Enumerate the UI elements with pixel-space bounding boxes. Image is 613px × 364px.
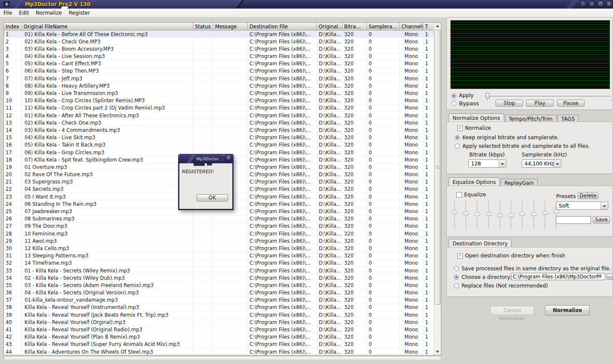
apply-selected-radio[interactable] [455,144,460,149]
menu-item[interactable]: Normalize [32,9,65,17]
table-row[interactable]: 26 08 Submarines.mp3 C:\Program Files (x… [4,215,434,223]
same-directory-label[interactable]: Save processed files in same directory a… [462,266,611,272]
table-row[interactable]: 44 Killa Kela - Adventures On The Wheels… [4,348,434,355]
table-row[interactable]: 33 01 - Killa Kela - Secrets (Wiley Remi… [4,267,434,274]
app-icon[interactable] [3,1,10,7]
table-row[interactable]: 14 03) Killa Kela - 4 Commandments.mp3 C… [4,126,434,134]
equalize-checkbox[interactable] [456,192,462,198]
table-row[interactable]: 13 02) Killa Kela - Check One.mp3 C:\Pro… [4,119,434,126]
tab[interactable]: TAGS [558,115,579,122]
pause-button[interactable]: Pause [557,100,585,107]
table-row[interactable]: 16 05) Killa Kela - Takin It Back.mp3 C:… [4,141,434,149]
column-header[interactable]: Bitra... [342,23,367,30]
table-row[interactable]: 15 04) Killa Kela - Live Skit.mp3 C:\Pro… [4,134,434,141]
eq-slider-thumb[interactable] [474,212,480,216]
equalize-label[interactable]: Equalize [464,192,486,198]
table-row[interactable]: 9 09) Killa Kela - Live Transmission.mp3… [4,90,434,97]
table-row[interactable]: 35 03 - Killa Kela - Secrets (Adam Freel… [4,281,434,289]
table-row[interactable]: 29 11 Awol.mp3 C:\Program Files (x86)\..… [4,237,434,245]
apply-label[interactable]: Apply [459,92,474,98]
preset-select[interactable]: Soft [556,202,608,210]
column-header[interactable]: Destination File [248,23,317,30]
tab[interactable]: Destination Directory [449,239,511,247]
table-row[interactable]: 38 Killa Kela - Reveal Yourself (Instrum… [4,304,434,311]
play-button[interactable]: Play [526,100,554,107]
table-row[interactable]: 10 10) Killa Kela - Crop Circles (Splint… [4,97,434,104]
bypass-radio[interactable] [451,101,456,106]
save-preset-button[interactable]: Save [593,216,610,223]
column-header[interactable]: Index [4,23,22,30]
eq-slider-thumb[interactable] [486,212,492,216]
tab[interactable]: Tempo/Pitch/Trim [505,115,557,122]
scroll-up-button[interactable] [434,23,441,30]
table-row[interactable]: 1 01) Killa Kela - Before All Of These E… [4,31,434,38]
column-header[interactable]: Original... [317,23,342,30]
eq-slider[interactable] [474,200,481,229]
table-row[interactable]: 37 01-killa_kela-ontour_vandamage.mp3 C:… [4,297,434,304]
eq-slider[interactable] [485,200,492,229]
eq-slider-thumb[interactable] [542,211,548,215]
table-row[interactable]: 39 Killa Kela - Reveal Yourself (Jack Be… [4,311,434,318]
choose-directory-label[interactable]: Choose a directory: [462,274,511,280]
table-row[interactable]: 30 12 Killa Cello.mp3 C:\Program Files (… [4,245,434,252]
bitrate-select[interactable]: 128 [468,159,506,168]
replace-files-label[interactable]: Replace files (Not recommended) [462,283,548,289]
normalize-checkbox[interactable] [457,125,463,131]
table-row[interactable]: 4 04) Killa Kela - Live Session.mp3 C:\P… [4,53,434,60]
table-row[interactable]: 31 13 Sleeping Patterns.mp3 C:\Program F… [4,252,434,260]
same-directory-radio[interactable] [454,266,459,271]
keep-original-radio[interactable] [455,135,460,140]
column-header[interactable]: Message [213,23,248,30]
system-menu-button[interactable] [580,0,587,8]
table-row[interactable]: 41 Killa Kela - Reveal Yourself (Origina… [4,326,434,333]
table-row[interactable]: 12 01) Killa Kela - After All These Elec… [4,112,434,119]
table-row[interactable]: 5 05) Killa Kela - Cant Effect.MP3 C:\Pr… [4,60,434,67]
keep-original-label[interactable]: Keep original bitrate and samplerate. [462,135,559,141]
table-row[interactable]: 11 11) Killa Kela - Crop Circles part 2 … [4,104,434,112]
eq-slider-thumb[interactable] [531,212,537,216]
eq-slider-thumb[interactable] [519,212,525,216]
tab[interactable]: Normalize Options [449,113,504,122]
replace-files-radio[interactable] [454,283,459,288]
restore-button[interactable]: ❐ [597,0,604,8]
normalize-button[interactable]: Normalize [545,305,590,315]
eq-slider[interactable] [519,200,526,229]
table-row[interactable]: 42 Killa Kela - Reveal Yourself (Plan B … [4,333,434,341]
open-destination-label[interactable]: Open destination directory when finish [465,253,565,259]
bypass-label[interactable]: Bypass [459,100,479,107]
eq-slider[interactable] [508,200,514,229]
table-row[interactable]: 27 09 The Door.mp3 C:\Program Files (x86… [4,223,434,230]
minimize-button[interactable]: − [588,0,596,8]
choose-directory-radio[interactable] [454,275,459,280]
directory-input[interactable] [511,273,605,280]
close-button[interactable]: × [606,0,613,8]
browse-button[interactable]: ... [607,273,613,280]
cancel-normalize-button[interactable]: Cancel Normalize [490,306,534,315]
column-header[interactable]: T [423,23,434,30]
dialog-close-knob-icon[interactable] [226,155,232,161]
eq-slider[interactable] [496,200,503,229]
table-row[interactable]: 6 06) Killa Kela - Step Then.MP3 C:\Prog… [4,67,434,75]
column-header[interactable]: Samplera... [367,23,400,30]
seek-slider-track[interactable] [487,96,611,97]
apply-selected-label[interactable]: Apply selected bitrate and samplerate to… [462,143,590,149]
scrollbar-thumb[interactable] [434,30,440,305]
ok-button[interactable]: OK [197,194,228,202]
eq-slider-thumb[interactable] [553,210,559,214]
eq-slider[interactable] [451,200,458,229]
table-row[interactable]: 7 07) Killa Kela - Jeff.mp3 C:\Program F… [4,75,434,82]
horizontal-scrollbar[interactable] [3,356,441,361]
preset-name-input[interactable] [556,216,591,224]
menu-item[interactable]: Edit [15,9,32,17]
eq-slider[interactable] [542,200,548,229]
table-row[interactable]: 8 08) Killa Kela - Heavy Artillery.MP3 C… [4,82,434,89]
table-row[interactable]: 43 Killa Kela - Reveal Yourself (Super F… [4,341,434,348]
stop-button[interactable]: Stop [496,100,523,107]
tab[interactable]: ReplayGain [501,179,538,186]
table-row[interactable]: 2 02) Killa Kela - Check One.MP3 C:\Prog… [4,38,434,45]
delete-preset-button[interactable]: Delete [578,192,598,199]
menu-item[interactable]: Register [65,9,93,17]
eq-slider-thumb[interactable] [497,214,503,217]
samplerate-select[interactable]: 44,100 KHz [522,159,561,168]
normalize-label[interactable]: Normalize [465,125,491,131]
